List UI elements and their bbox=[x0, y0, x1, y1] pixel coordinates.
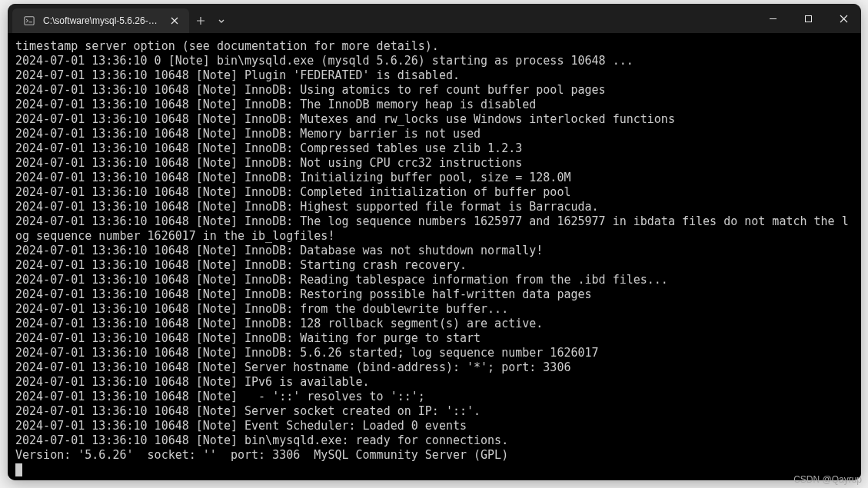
maximize-button[interactable] bbox=[790, 4, 826, 33]
tab-strip: C:\software\mysql-5.6.26-win bbox=[8, 4, 755, 33]
tab-close-button[interactable] bbox=[168, 14, 181, 28]
tab-title: C:\software\mysql-5.6.26-win bbox=[43, 15, 160, 26]
watermark: CSDN @Qayrup bbox=[793, 474, 862, 485]
new-tab-button[interactable] bbox=[189, 8, 212, 33]
tab-dropdown-button[interactable] bbox=[212, 8, 231, 33]
svg-rect-1 bbox=[805, 15, 811, 22]
terminal-window: C:\software\mysql-5.6.26-win bbox=[8, 4, 861, 480]
titlebar[interactable]: C:\software\mysql-5.6.26-win bbox=[8, 4, 861, 33]
close-button[interactable] bbox=[826, 4, 861, 33]
cursor bbox=[15, 463, 22, 476]
svg-rect-0 bbox=[25, 17, 34, 25]
terminal-body[interactable]: timestamp server option (see documentati… bbox=[8, 33, 861, 480]
window-controls bbox=[755, 4, 861, 33]
terminal-icon bbox=[23, 15, 35, 27]
minimize-button[interactable] bbox=[755, 4, 790, 33]
tab-active[interactable]: C:\software\mysql-5.6.26-win bbox=[12, 8, 189, 33]
